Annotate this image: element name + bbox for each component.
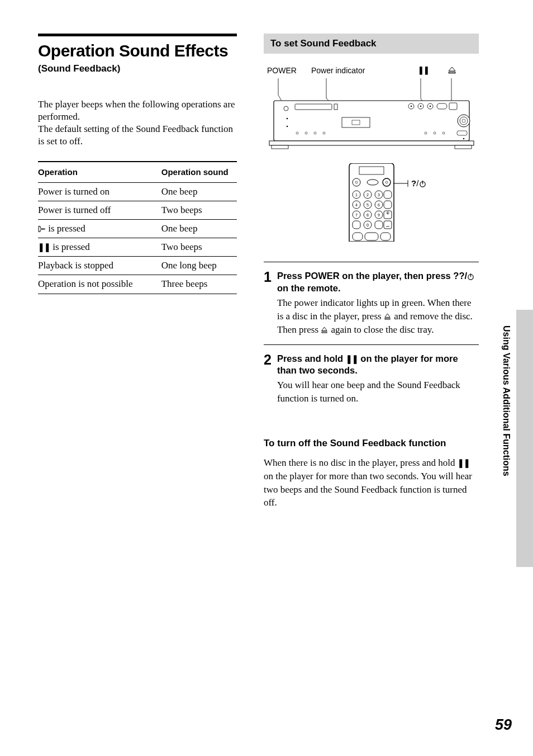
page-subtitle: (Sound Feedback) xyxy=(38,63,237,75)
svg-rect-39 xyxy=(359,167,384,174)
svg-rect-58 xyxy=(384,201,392,209)
step-heading: Press POWER on the player, then press ??… xyxy=(277,270,479,294)
player-diagram xyxy=(264,78,479,151)
step-2: 2 Press and hold ❚❚ on the player for mo… xyxy=(264,344,479,413)
svg-rect-30 xyxy=(449,103,457,110)
col-sound: Operation sound xyxy=(161,162,237,182)
svg-rect-74 xyxy=(353,233,363,240)
t: on the remote. xyxy=(277,283,341,293)
pause-icon: ❚❚ xyxy=(346,353,358,365)
section-heading: To set Sound Feedback xyxy=(264,34,479,54)
t: Press and hold xyxy=(277,353,346,363)
svg-text:2: 2 xyxy=(367,193,369,197)
cell-sound: One long beep xyxy=(161,257,237,275)
cell-op: Power is turned off xyxy=(38,201,161,220)
step-heading: Press and hold ❚❚ on the player for more… xyxy=(277,353,479,377)
svg-point-38 xyxy=(463,138,464,139)
page-title: Operation Sound Effects xyxy=(38,40,237,62)
svg-rect-68 xyxy=(353,221,360,229)
svg-point-20 xyxy=(287,118,288,120)
table-row: ❚❚ is pressed Two beeps xyxy=(38,238,237,257)
svg-rect-51 xyxy=(384,191,392,199)
svg-text:4: 4 xyxy=(355,203,358,207)
turnoff-body: When there is no disc in the player, pre… xyxy=(264,456,479,509)
step-description: You will hear one beep and the Sound Fee… xyxy=(277,379,479,405)
table-row: Playback is stopped One long beep xyxy=(38,257,237,275)
svg-text:5: 5 xyxy=(367,203,369,207)
svg-point-40 xyxy=(353,178,360,186)
cell-op-text: is pressed xyxy=(46,223,85,234)
svg-text:0: 0 xyxy=(367,223,369,227)
svg-rect-13 xyxy=(334,104,337,110)
svg-rect-9 xyxy=(269,141,474,145)
side-tab xyxy=(516,310,533,567)
intro-paragraph: The player beeps when the following oper… xyxy=(38,98,237,148)
svg-text:8: 8 xyxy=(367,213,369,217)
intro-line1: The player beeps when the following oper… xyxy=(38,99,235,122)
t: When there is no disc in the player, pre… xyxy=(264,457,458,468)
col-operation: Operation xyxy=(38,162,161,182)
cell-op-text: is pressed xyxy=(50,242,90,252)
svg-rect-10 xyxy=(272,145,288,149)
step-number: 2 xyxy=(264,353,272,405)
svg-rect-29 xyxy=(437,103,447,109)
cell-op: Playback is stopped xyxy=(38,257,161,275)
page-number: 59 xyxy=(495,715,512,735)
remote-power-label: ?/ xyxy=(411,178,426,189)
eject-icon xyxy=(448,67,456,74)
diagram-area: POWER Power indicator ❚❚ xyxy=(264,64,479,245)
svg-text:7: 7 xyxy=(355,213,358,217)
svg-point-22 xyxy=(284,106,288,111)
table-row: is pressed One beep xyxy=(38,220,237,238)
remote-diagram: 1 2 3 4 5 6 7 8 9 xyxy=(338,163,405,242)
svg-point-24 xyxy=(411,106,412,107)
svg-rect-12 xyxy=(295,104,332,110)
svg-text:3: 3 xyxy=(378,193,380,197)
play-icon xyxy=(38,223,46,229)
cell-op: Power is turned on xyxy=(38,182,161,201)
t: Press POWER on the player, then press xyxy=(277,271,453,281)
intro-line2: The default setting of the Sound Feedbac… xyxy=(38,124,233,147)
svg-point-43 xyxy=(383,178,391,186)
cell-op: is pressed xyxy=(38,220,161,238)
table-row: Operation is not possible Three beeps xyxy=(38,275,237,294)
left-column: Operation Sound Effects (Sound Feedback)… xyxy=(38,34,237,509)
svg-point-26 xyxy=(420,106,421,107)
cell-sound: Two beeps xyxy=(161,201,237,220)
svg-rect-37 xyxy=(457,131,467,135)
power-icon xyxy=(418,179,426,187)
svg-rect-71 xyxy=(375,221,383,229)
t: again to close the disc tray. xyxy=(329,324,434,335)
cell-sound: One beep xyxy=(161,182,237,201)
cell-sound: One beep xyxy=(161,220,237,238)
svg-point-33 xyxy=(462,119,465,122)
svg-rect-76 xyxy=(380,233,391,240)
pause-icon: ❚❚ xyxy=(418,65,429,76)
cell-sound: Two beeps xyxy=(161,238,237,257)
turnoff-heading: To turn off the Sound Feedback function xyxy=(264,436,479,452)
table-row: Power is turned on One beep xyxy=(38,182,237,201)
operation-table: Operation Operation sound Power is turne… xyxy=(38,161,237,294)
pause-icon: ❚❚ xyxy=(458,457,470,470)
step-number: 1 xyxy=(264,270,272,336)
cell-op: ❚❚ is pressed xyxy=(38,238,161,257)
svg-text:6: 6 xyxy=(378,203,380,207)
svg-point-28 xyxy=(430,106,431,107)
svg-point-42 xyxy=(367,179,378,185)
svg-rect-11 xyxy=(455,145,472,149)
label-power: POWER xyxy=(267,65,297,75)
label-indicator: Power indicator xyxy=(311,65,365,75)
power-icon xyxy=(467,271,475,279)
eject-icon xyxy=(321,324,329,332)
right-column: To set Sound Feedback POWER Power indica… xyxy=(264,34,479,509)
svg-point-21 xyxy=(287,126,288,127)
svg-rect-72 xyxy=(384,221,392,229)
t: on the player for more than two seconds.… xyxy=(264,471,472,508)
title-rule xyxy=(38,34,237,36)
pause-icon: ❚❚ xyxy=(38,242,50,253)
svg-text:9: 9 xyxy=(378,213,380,217)
side-tab-label: Using Various Additional Functions xyxy=(500,325,512,476)
svg-rect-75 xyxy=(365,233,378,240)
cell-op: Operation is not possible xyxy=(38,275,161,294)
t: ?/ xyxy=(459,271,467,281)
